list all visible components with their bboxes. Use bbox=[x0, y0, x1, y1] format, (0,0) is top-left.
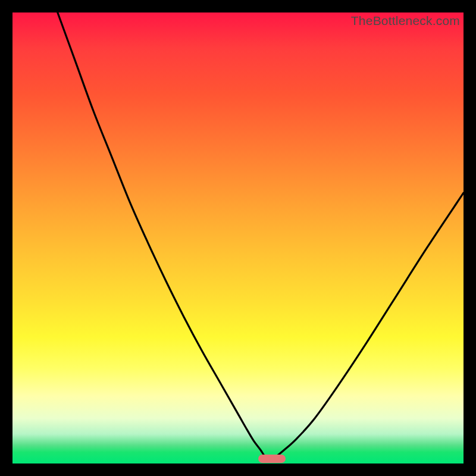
plot-area: TheBottleneck.com bbox=[12, 12, 464, 464]
left-curve bbox=[58, 12, 270, 461]
curve-layer bbox=[12, 12, 464, 464]
right-curve bbox=[270, 193, 464, 461]
bottleneck-marker bbox=[258, 455, 286, 463]
chart-container: TheBottleneck.com bbox=[0, 0, 476, 476]
